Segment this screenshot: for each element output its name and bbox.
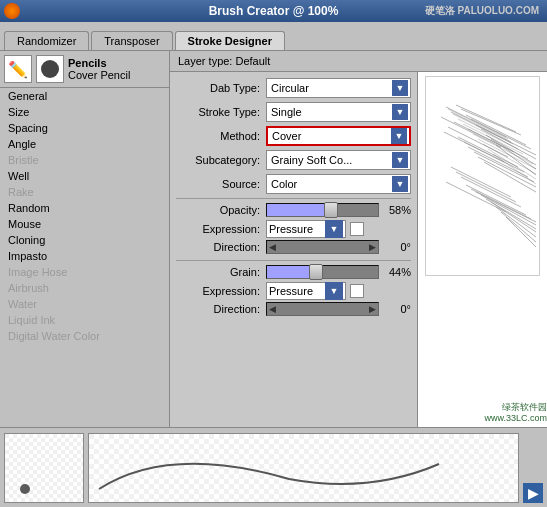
dab-type-select[interactable]: Circular ▼ [266, 78, 411, 98]
grain-expr-row: Expression: Pressure ▼ [176, 282, 411, 300]
grain-slider-container[interactable] [266, 265, 379, 279]
opacity-track[interactable] [266, 203, 379, 217]
category-random[interactable]: Random [0, 200, 169, 216]
app-icon [4, 3, 20, 19]
category-bristle[interactable]: Bristle [0, 152, 169, 168]
source-select[interactable]: Color ▼ [266, 174, 411, 194]
method-select[interactable]: Cover ▼ [266, 126, 411, 146]
tab-transposer[interactable]: Transposer [91, 31, 172, 50]
svg-line-28 [481, 195, 536, 225]
category-water[interactable]: Water [0, 296, 169, 312]
stroke-type-arrow[interactable]: ▼ [392, 104, 408, 120]
stroke-type-row: Stroke Type: Single ▼ [176, 102, 411, 122]
source-arrow[interactable]: ▼ [392, 176, 408, 192]
opacity-expr-arrow[interactable]: ▼ [325, 220, 343, 238]
subcategory-arrow[interactable]: ▼ [392, 152, 408, 168]
controls-panel: Dab Type: Circular ▼ Stroke Type: Single… [170, 72, 417, 427]
separator-2 [176, 260, 411, 261]
subcategory-select[interactable]: Grainy Soft Co... ▼ [266, 150, 411, 170]
grain-expr-arrow[interactable]: ▼ [325, 282, 343, 300]
next-arrow-button[interactable]: ▶ [523, 483, 543, 503]
method-arrow[interactable]: ▼ [391, 128, 407, 144]
bottom-curve-display [88, 433, 519, 503]
title-text: Brush Creator @ 100% [209, 4, 339, 18]
grain-expr-select[interactable]: Pressure ▼ [266, 282, 346, 300]
opacity-thumb[interactable] [324, 202, 338, 218]
grain-expr-value: Pressure [269, 285, 313, 297]
method-label: Method: [176, 130, 266, 142]
grain-expr-label: Expression: [176, 285, 266, 297]
svg-point-48 [20, 484, 30, 494]
grain-value: 44% [379, 266, 411, 278]
dab-type-arrow[interactable]: ▼ [392, 80, 408, 96]
stroke-type-select[interactable]: Single ▼ [266, 102, 411, 122]
grain-dir-track[interactable]: ◀ ▶ [266, 302, 379, 316]
tab-randomizer[interactable]: Randomizer [4, 31, 89, 50]
dab-type-row: Dab Type: Circular ▼ [176, 78, 411, 98]
opacity-expr-select[interactable]: Pressure ▼ [266, 220, 346, 238]
category-mouse[interactable]: Mouse [0, 216, 169, 232]
opacity-dir-track[interactable]: ◀ ▶ [266, 240, 379, 254]
grain-section: Grain: 44% Expression: [176, 265, 411, 316]
brush-round-icon[interactable] [36, 55, 64, 83]
dab-type-value: Circular [269, 82, 392, 94]
category-cloning[interactable]: Cloning [0, 232, 169, 248]
brush-variant-name: Cover Pencil [68, 69, 130, 81]
opacity-dir-right-arrow: ▶ [369, 242, 376, 252]
grain-dir-row: Direction: ◀ ▶ 0° [176, 302, 411, 316]
svg-line-30 [491, 202, 536, 232]
grain-expr-checkbox[interactable] [350, 284, 364, 298]
brush-selector: ✏️ Pencils Cover Pencil [0, 51, 169, 88]
separator-1 [176, 198, 411, 199]
opacity-dir-row: Direction: ◀ ▶ 0° [176, 240, 411, 254]
category-size[interactable]: Size [0, 104, 169, 120]
svg-line-32 [501, 212, 536, 242]
category-airbrush[interactable]: Airbrush [0, 280, 169, 296]
category-digital-water-color[interactable]: Digital Water Color [0, 328, 169, 344]
grain-track[interactable] [266, 265, 379, 279]
opacity-value: 58% [379, 204, 411, 216]
grain-label: Grain: [176, 266, 266, 278]
category-image-hose[interactable]: Image Hose [0, 264, 169, 280]
subcategory-label: Subcategory: [176, 154, 266, 166]
category-angle[interactable]: Angle [0, 136, 169, 152]
svg-line-23 [461, 177, 521, 207]
stroke-type-label: Stroke Type: [176, 106, 266, 118]
brush-pencil-icon[interactable]: ✏️ [4, 55, 32, 83]
title-bar: Brush Creator @ 100% 硬笔洛 PALUOLUO.COM [0, 0, 547, 22]
grain-thumb[interactable] [309, 264, 323, 280]
bottom-area: ▶ [0, 427, 547, 507]
category-impasto[interactable]: Impasto [0, 248, 169, 264]
subcategory-value: Grainy Soft Co... [269, 154, 392, 166]
opacity-expr-value: Pressure [269, 223, 313, 235]
brush-category-name: Pencils [68, 57, 130, 69]
opacity-slider-row: Opacity: 58% [176, 203, 411, 217]
opacity-dir-value: 0° [379, 241, 411, 253]
svg-line-10 [471, 119, 531, 149]
svg-line-38 [468, 129, 528, 159]
stroke-type-value: Single [269, 106, 392, 118]
tab-stroke-designer[interactable]: Stroke Designer [175, 31, 285, 50]
category-liquid-ink[interactable]: Liquid Ink [0, 312, 169, 328]
bottom-curve-svg [89, 434, 518, 502]
svg-line-33 [506, 217, 536, 247]
opacity-slider-container[interactable] [266, 203, 379, 217]
layer-type-label: Layer type: Default [178, 55, 270, 67]
dab-type-label: Dab Type: [176, 82, 266, 94]
category-general[interactable]: General [0, 88, 169, 104]
opacity-dir-label: Direction: [176, 241, 266, 253]
brush-preview-canvas [425, 76, 540, 276]
category-spacing[interactable]: Spacing [0, 120, 169, 136]
brush-preview-svg [426, 77, 540, 276]
method-value: Cover [270, 130, 391, 142]
category-rake[interactable]: Rake [0, 184, 169, 200]
opacity-expr-checkbox[interactable] [350, 222, 364, 236]
bottom-small-svg [5, 434, 83, 502]
subcategory-row: Subcategory: Grainy Soft Co... ▼ [176, 150, 411, 170]
category-well[interactable]: Well [0, 168, 169, 184]
opacity-expr-label: Expression: [176, 223, 266, 235]
brush-round-shape [41, 60, 59, 78]
layer-type-bar: Layer type: Default [170, 51, 547, 72]
source-value: Color [269, 178, 392, 190]
opacity-dir-left-arrow: ◀ [269, 242, 276, 252]
